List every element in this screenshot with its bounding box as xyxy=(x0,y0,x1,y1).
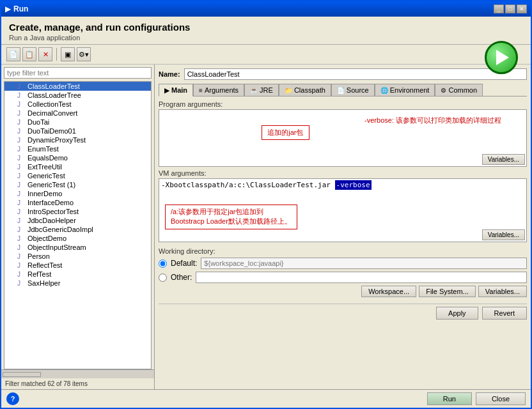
run-dialog: ▶ Run _ □ ✕ Create, manage, and run conf… xyxy=(0,0,532,409)
list-item[interactable]: JDecimalConvert xyxy=(4,109,151,118)
vm-args-display: -Xbootclasspath/a:c:\ClassLoaderTest.jar… xyxy=(159,179,526,191)
run-button[interactable]: Run xyxy=(427,392,472,405)
args-tab-icon: ≡ xyxy=(199,87,203,94)
dialog-title: Create, manage, and run configurations xyxy=(9,22,523,33)
tab-main-label: Main xyxy=(171,86,187,94)
footer: ? Run Close xyxy=(1,389,531,408)
default-label: Default: xyxy=(171,259,197,268)
env-tab-icon: 🌐 xyxy=(380,87,388,94)
dir-buttons: Workspace... File System... Variables... xyxy=(159,286,527,297)
apply-revert-buttons: Apply Revert xyxy=(159,304,527,320)
program-args-area: Variables... xyxy=(159,109,527,167)
tab-source[interactable]: 📄 Source xyxy=(331,84,375,96)
right-panel: Name: ▶ Main ≡ Arguments ☕ JRE 📁 xyxy=(155,65,531,389)
vm-args-label: VM arguments: xyxy=(159,169,527,177)
vm-args-variables-button[interactable]: Variables... xyxy=(482,229,525,240)
tree-container: J ClassLoaderTest JClassLoaderTree JColl… xyxy=(4,81,152,369)
tab-jre-label: JRE xyxy=(260,86,273,94)
list-item[interactable]: JObjectInputStream xyxy=(4,243,151,252)
list-item[interactable]: JDynamicProxyTest xyxy=(4,135,151,144)
list-item[interactable]: JGenericTest (1) xyxy=(4,180,151,189)
other-radio[interactable] xyxy=(159,274,167,282)
window-title: Run xyxy=(13,4,28,13)
help-button[interactable]: ? xyxy=(6,392,19,405)
workspace-button[interactable]: Workspace... xyxy=(361,286,416,297)
filter-status: Filter matched 62 of 78 items xyxy=(1,378,154,389)
default-radio-row: Default: xyxy=(159,258,527,269)
name-row: Name: xyxy=(159,68,527,80)
tab-arguments-label: Arguments xyxy=(205,86,239,94)
close-button-footer[interactable]: Close xyxy=(476,392,526,405)
close-button[interactable]: ✕ xyxy=(517,4,527,13)
list-item[interactable]: JGenericTest xyxy=(4,171,151,180)
list-item[interactable]: JEnumTest xyxy=(4,144,151,153)
default-dir-input[interactable] xyxy=(201,258,527,269)
other-label: Other: xyxy=(171,273,192,282)
filter-input[interactable] xyxy=(4,67,152,79)
program-args-input[interactable] xyxy=(159,110,526,151)
list-item[interactable]: JDuoTaiDemo01 xyxy=(4,127,151,135)
name-label: Name: xyxy=(159,70,180,78)
revert-button[interactable]: Revert xyxy=(482,307,527,320)
vm-args-highlight: -verbose xyxy=(335,180,372,190)
tabs-bar: ▶ Main ≡ Arguments ☕ JRE 📁 Classpath 📄 xyxy=(159,84,527,96)
apply-button[interactable]: Apply xyxy=(436,307,478,320)
program-args-variables-button[interactable]: Variables... xyxy=(482,154,525,165)
variables-button[interactable]: Variables... xyxy=(478,286,527,297)
vm-args-section: VM arguments: -Xbootclasspath/a:c:\Class… xyxy=(159,169,527,242)
tab-common[interactable]: ⚙ Common xyxy=(435,84,483,96)
other-dir-input[interactable] xyxy=(196,272,527,283)
toolbar: 📄 📋 ✕ ▣ ⚙▾ xyxy=(1,45,531,65)
tab-source-label: Source xyxy=(347,86,369,94)
working-dir-label: Working directory: xyxy=(159,247,527,255)
tab-common-label: Common xyxy=(448,86,477,94)
tab-environment[interactable]: 🌐 Environment xyxy=(375,84,435,96)
default-radio[interactable] xyxy=(159,259,167,268)
copy-button[interactable]: 📋 xyxy=(22,47,36,61)
settings-button[interactable]: ⚙▾ xyxy=(77,47,91,61)
list-item[interactable]: JJdbcDaoHelper xyxy=(4,216,151,225)
run-button-large[interactable] xyxy=(485,41,518,74)
new-button[interactable]: 📄 xyxy=(6,47,20,61)
run-triangle-icon xyxy=(496,50,509,65)
list-item[interactable]: JCollectionTest xyxy=(4,100,151,109)
config-area: Program arguments: Variables... -verbose… xyxy=(159,100,527,385)
tree-item-classloadertest[interactable]: J ClassLoaderTest xyxy=(4,82,151,91)
horizontal-scrollbar[interactable] xyxy=(1,369,154,378)
filter-button[interactable]: ▣ xyxy=(61,47,75,61)
list-item[interactable]: JExtTreeUtil xyxy=(4,162,151,171)
minimize-button[interactable]: _ xyxy=(494,4,504,13)
list-item[interactable]: JObjectDemo xyxy=(4,234,151,243)
list-item[interactable]: JIntroSpectorTest xyxy=(4,207,151,216)
maximize-button[interactable]: □ xyxy=(505,4,515,13)
left-panel: J ClassLoaderTest JClassLoaderTree JColl… xyxy=(1,65,155,389)
working-dir-section: Working directory: Default: Other: Works… xyxy=(159,247,527,297)
list-item[interactable]: JJdbcGenericDaoImpl xyxy=(4,225,151,234)
main-tab-icon: ▶ xyxy=(164,87,169,94)
jre-tab-icon: ☕ xyxy=(250,87,258,94)
tab-jre[interactable]: ☕ JRE xyxy=(244,84,279,96)
program-args-label: Program arguments: xyxy=(159,100,527,108)
program-args-section: Program arguments: Variables... -verbose… xyxy=(159,100,527,167)
list-item[interactable]: JPerson xyxy=(4,252,151,261)
list-item[interactable]: JInterfaceDemo xyxy=(4,198,151,207)
classpath-tab-icon: 📁 xyxy=(285,87,292,94)
delete-button[interactable]: ✕ xyxy=(38,47,52,61)
program-args-wrapper: Variables... -verbose: 该参数可以打印类加载的详细过程 追… xyxy=(159,109,527,167)
tab-environment-label: Environment xyxy=(390,86,430,94)
tab-main[interactable]: ▶ Main xyxy=(159,84,193,96)
list-item[interactable]: JEqualsDemo xyxy=(4,153,151,162)
tab-classpath[interactable]: 📁 Classpath xyxy=(279,84,331,96)
name-input[interactable] xyxy=(184,68,527,80)
list-item[interactable]: JSaxHelper xyxy=(4,279,151,288)
list-item[interactable]: JReflectTest xyxy=(4,261,151,270)
list-item[interactable]: JDuoTai xyxy=(4,118,151,127)
tab-arguments[interactable]: ≡ Arguments xyxy=(193,84,244,96)
main-content: J ClassLoaderTest JClassLoaderTree JColl… xyxy=(1,65,531,389)
list-item[interactable]: JRefTest xyxy=(4,270,151,279)
list-item[interactable]: JClassLoaderTree xyxy=(4,91,151,100)
tab-classpath-label: Classpath xyxy=(294,86,325,94)
filesystem-button[interactable]: File System... xyxy=(419,286,476,297)
list-item[interactable]: JInnerDemo xyxy=(4,189,151,198)
vm-args-text: -Xbootclasspath/a:c:\ClassLoaderTest.jar xyxy=(161,181,335,189)
